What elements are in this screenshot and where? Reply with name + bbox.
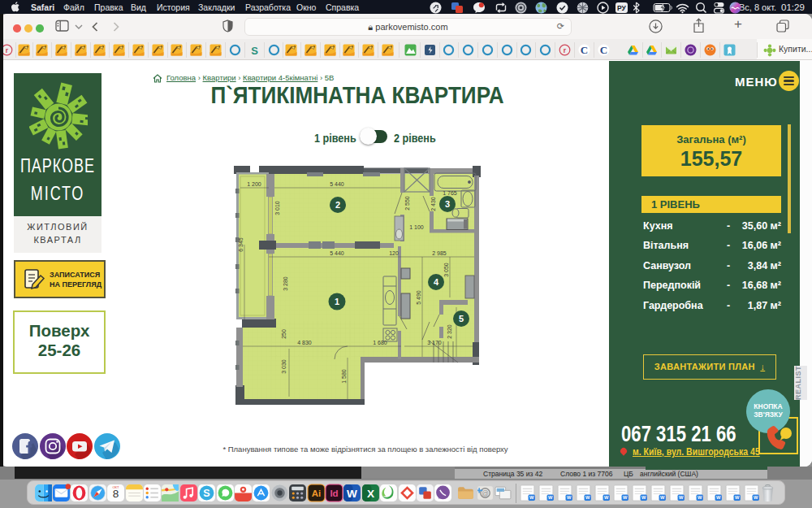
svg-text:5 440: 5 440 bbox=[330, 250, 344, 256]
svg-text:@: @ bbox=[482, 489, 489, 497]
svg-text:W: W bbox=[604, 495, 609, 500]
svg-text:6 345: 6 345 bbox=[238, 237, 244, 252]
svg-text:5 490: 5 490 bbox=[416, 290, 421, 305]
svg-text:5: 5 bbox=[459, 314, 464, 323]
svg-text:1 200: 1 200 bbox=[247, 181, 261, 187]
svg-text:Ai: Ai bbox=[311, 488, 321, 498]
svg-text:W: W bbox=[585, 495, 590, 500]
svg-text:1 100: 1 100 bbox=[409, 224, 424, 230]
svg-text:2 985: 2 985 bbox=[432, 250, 447, 256]
svg-text:1: 1 bbox=[335, 297, 339, 306]
svg-text:X: X bbox=[367, 488, 374, 500]
svg-text:5 440: 5 440 bbox=[330, 181, 344, 187]
svg-text:120: 120 bbox=[389, 250, 399, 256]
svg-text:W: W bbox=[529, 495, 534, 500]
svg-text:8: 8 bbox=[113, 488, 119, 500]
svg-text:ОКТ: ОКТ bbox=[112, 485, 119, 489]
svg-text:W: W bbox=[660, 495, 665, 500]
svg-text:3 280: 3 280 bbox=[283, 276, 288, 291]
svg-text:250: 250 bbox=[281, 329, 287, 339]
svg-text:r: r bbox=[563, 46, 566, 54]
svg-text:W: W bbox=[641, 495, 646, 500]
svg-text:1 680: 1 680 bbox=[373, 340, 387, 345]
svg-text:S: S bbox=[251, 45, 258, 57]
svg-text:2 320: 2 320 bbox=[447, 324, 452, 339]
svg-text:2: 2 bbox=[335, 200, 340, 210]
svg-text:3 170: 3 170 bbox=[427, 340, 442, 345]
svg-text:W: W bbox=[347, 488, 357, 500]
svg-text:1 765: 1 765 bbox=[443, 190, 457, 196]
svg-text:W: W bbox=[548, 495, 553, 500]
svg-text:4: 4 bbox=[434, 277, 439, 287]
svg-text:2 430: 2 430 bbox=[430, 197, 436, 211]
svg-text:3: 3 bbox=[445, 199, 450, 209]
svg-text:C: C bbox=[599, 44, 607, 56]
svg-text:Id: Id bbox=[330, 488, 338, 498]
svg-text:W: W bbox=[735, 495, 740, 500]
svg-text:1 580: 1 580 bbox=[341, 369, 347, 384]
svg-text:3 050: 3 050 bbox=[443, 263, 449, 277]
svg-text:3 010: 3 010 bbox=[274, 201, 280, 215]
svg-text:r: r bbox=[5, 46, 8, 54]
svg-text:W: W bbox=[567, 495, 572, 500]
svg-text:3 030: 3 030 bbox=[281, 359, 287, 374]
svg-text:C: C bbox=[580, 44, 587, 56]
svg-text:РУ: РУ bbox=[617, 4, 627, 12]
svg-text:2 550: 2 550 bbox=[404, 196, 410, 211]
svg-text:W: W bbox=[623, 495, 628, 500]
svg-text:W: W bbox=[698, 495, 702, 500]
svg-text:W: W bbox=[716, 495, 721, 500]
svg-text:W: W bbox=[679, 495, 684, 500]
svg-text:S: S bbox=[203, 488, 209, 499]
svg-text:4 830: 4 830 bbox=[297, 340, 312, 345]
